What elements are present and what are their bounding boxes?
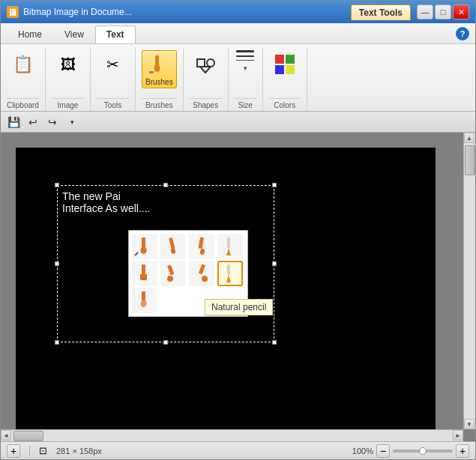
zoom-minus-button[interactable]: − — [376, 444, 390, 458]
zoom-slider-thumb[interactable] — [419, 447, 427, 455]
image-button[interactable]: 🖼 — [52, 50, 84, 79]
zoom-plus-button[interactable]: + — [456, 444, 469, 458]
brush-item-1[interactable] — [132, 234, 157, 259]
brush-item-7[interactable] — [189, 261, 214, 286]
svg-rect-10 — [142, 237, 145, 247]
resize-handle-top-left[interactable] — [55, 183, 59, 187]
brush-item-8[interactable] — [217, 261, 243, 286]
size-line-1 — [236, 50, 254, 52]
brush-item-4[interactable] — [217, 234, 243, 259]
quick-access-bar: 💾 ↩ ↪ ▾ — [1, 112, 475, 133]
svg-rect-25 — [227, 264, 230, 275]
resize-handle-bottom-right[interactable] — [272, 340, 277, 345]
vertical-scrollbar[interactable]: ▲ ▼ — [463, 133, 475, 429]
scroll-left-arrow[interactable]: ◄ — [1, 430, 11, 441]
zoom-percent: 100% — [352, 447, 373, 456]
clipboard-label: Clipboard — [7, 98, 39, 111]
svg-rect-27 — [142, 291, 145, 300]
svg-point-16 — [199, 249, 205, 255]
brush-item-9[interactable] — [132, 288, 157, 313]
svg-rect-3 — [197, 59, 205, 67]
svg-marker-5 — [200, 67, 211, 73]
svg-line-12 — [135, 252, 138, 255]
resize-handle-left[interactable] — [55, 261, 59, 266]
image-items: 🖼 — [52, 47, 84, 98]
resize-handle-top[interactable] — [163, 183, 168, 187]
close-button[interactable]: ✕ — [453, 4, 469, 19]
dimensions-text: 281 × 158px — [56, 447, 102, 456]
tools-label: Tools — [97, 98, 129, 111]
tools-items: ✂ — [97, 47, 129, 98]
resize-handle-top-right[interactable] — [272, 183, 277, 187]
svg-rect-6 — [275, 55, 284, 64]
help-icon[interactable]: ? — [456, 27, 469, 40]
colors-button[interactable] — [269, 50, 301, 79]
svg-rect-20 — [140, 274, 147, 280]
tab-text[interactable]: Text — [95, 25, 136, 43]
colors-items — [269, 47, 301, 98]
size-line-3 — [236, 60, 254, 61]
image-group: 🖼 Image — [46, 47, 91, 111]
horizontal-scrollbar[interactable]: ◄ ► — [1, 429, 463, 441]
size-group: ▼ Size — [229, 47, 263, 111]
title-tab-text-tools[interactable]: Text Tools — [351, 4, 411, 20]
svg-rect-8 — [275, 65, 284, 74]
brushes-label: Brushes — [145, 78, 173, 86]
quick-access-dropdown[interactable]: ▾ — [64, 114, 80, 130]
svg-rect-23 — [199, 264, 205, 274]
clipboard-button[interactable]: 📋 — [7, 50, 39, 79]
maximize-button[interactable]: □ — [435, 4, 451, 19]
ribbon-tabs: Home View Text ? — [1, 23, 475, 44]
svg-point-24 — [202, 276, 208, 282]
natural-pencil-tooltip: Natural pencil — [205, 299, 273, 315]
zoom-slider[interactable] — [393, 450, 453, 453]
resize-handle-bottom[interactable] — [163, 340, 168, 345]
resize-handle-bottom-left[interactable] — [55, 340, 59, 345]
brushes-icon — [147, 52, 171, 76]
resize-handle-right[interactable] — [272, 261, 277, 266]
tab-view[interactable]: View — [53, 25, 95, 43]
tools-button[interactable]: ✂ — [97, 50, 129, 79]
brush-item-2[interactable] — [160, 234, 186, 259]
brush-item-6[interactable] — [160, 261, 186, 286]
brushes-group-label: Brushes — [142, 98, 177, 111]
colors-group: Colors — [263, 47, 307, 111]
scroll-up-arrow[interactable]: ▲ — [464, 133, 475, 143]
canvas-text: The new PaiInterface As well.... — [58, 186, 274, 219]
shapes-label: Shapes — [190, 98, 222, 111]
svg-point-22 — [167, 276, 173, 282]
tools-icon: ✂ — [101, 52, 125, 76]
app-icon: 🖼 — [7, 6, 19, 18]
svg-marker-26 — [226, 275, 231, 282]
size-dropdown-arrow[interactable]: ▼ — [242, 65, 248, 72]
brushes-button[interactable]: Brushes — [142, 50, 177, 88]
scroll-thumb-vertical[interactable] — [465, 145, 475, 175]
brush-item-3[interactable] — [189, 234, 214, 259]
add-button[interactable]: + — [7, 444, 20, 458]
brush-item-5[interactable] — [132, 261, 157, 286]
svg-rect-7 — [286, 55, 295, 64]
redo-button[interactable]: ↪ — [44, 114, 61, 130]
scroll-right-arrow[interactable]: ► — [453, 430, 463, 441]
svg-rect-17 — [227, 237, 230, 248]
window-title: Bitmap Image in Docume... — [23, 7, 348, 17]
minimize-button[interactable]: — — [417, 4, 433, 19]
size-items: ▼ — [236, 47, 254, 98]
status-bar: + ⊡ 281 × 158px 100% − + — [1, 441, 475, 459]
window-controls: — □ ✕ — [417, 4, 469, 19]
scroll-thumb-horizontal[interactable] — [13, 431, 43, 441]
size-line-2 — [236, 55, 254, 57]
save-button[interactable]: 💾 — [5, 114, 22, 130]
undo-button[interactable]: ↩ — [25, 114, 41, 130]
svg-rect-13 — [169, 237, 175, 249]
svg-point-11 — [141, 246, 147, 254]
clipboard-items: 📋 — [7, 47, 39, 98]
shapes-button[interactable] — [190, 50, 221, 79]
shapes-icon — [193, 52, 217, 76]
scroll-down-arrow[interactable]: ▼ — [464, 419, 475, 429]
zoom-controls: 100% − + — [352, 444, 469, 458]
svg-rect-15 — [199, 237, 205, 249]
size-label: Size — [235, 98, 256, 111]
tab-home[interactable]: Home — [7, 25, 53, 43]
shapes-items — [190, 47, 221, 98]
